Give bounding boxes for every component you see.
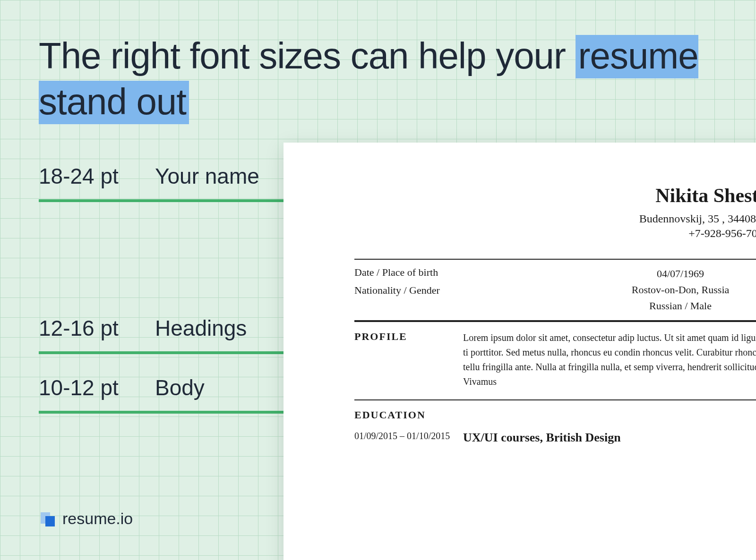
svg-rect-1 — [45, 516, 55, 526]
font-size-label-headings: Headings — [155, 315, 247, 341]
resume-birth-date: 04/07/1969 — [657, 268, 704, 280]
headline-prefix: The right font sizes can help your — [39, 35, 576, 76]
logo-text: resume.io — [62, 509, 133, 528]
font-size-range-name: 18-24 pt — [39, 163, 155, 189]
font-size-label-name: Your name — [155, 163, 259, 189]
logo: resume.io — [39, 509, 133, 528]
resume-birth-section: Date / Place of birth 04/07/1969 Rostov-… — [354, 259, 756, 321]
resume-education-heading: EDUCATION — [354, 409, 463, 421]
resume-profile-text: Lorem ipsum dolor sit amet, consectetur … — [463, 331, 756, 389]
headline-title: The right font sizes can help your resum… — [39, 33, 756, 124]
resume-nationality-value: Russian / Male — [649, 300, 712, 312]
resume-name: Nikita Shestakov, — [354, 184, 756, 207]
resume-profile-heading: PROFILE — [354, 331, 463, 389]
logo-icon — [39, 510, 56, 527]
resume-education-section: EDUCATION 01/09/2015 – 01/10/2015 UX/UI … — [354, 399, 756, 445]
resume-education-title: UX/UI courses, British Design — [463, 431, 756, 445]
resume-address: Budennovskij, 35 , 344082, Rostov- — [354, 212, 756, 225]
resume-profile-section: PROFILE Lorem ipsum dolor sit amet, cons… — [354, 321, 756, 399]
font-size-row-name: 18-24 pt Your name — [39, 163, 259, 189]
resume-preview: Nikita Shestakov, Budennovskij, 35 , 344… — [284, 143, 756, 560]
font-size-row-headings: 12-16 pt Headings — [39, 315, 247, 341]
font-size-label-body: Body — [155, 375, 205, 400]
font-size-range-headings: 12-16 pt — [39, 315, 155, 341]
resume-birth-place: Rostov-on-Don, Russia — [632, 284, 730, 296]
font-size-range-body: 10-12 pt — [39, 375, 155, 400]
resume-education-dates: 01/09/2015 – 01/10/2015 — [354, 431, 463, 445]
resume-contact: +7-928-956-70-24 – shes — [354, 227, 756, 240]
resume-birth-label: Date / Place of birth — [354, 266, 482, 279]
font-size-row-body: 10-12 pt Body — [39, 375, 205, 400]
resume-nationality-label: Nationality / Gender — [354, 284, 482, 297]
